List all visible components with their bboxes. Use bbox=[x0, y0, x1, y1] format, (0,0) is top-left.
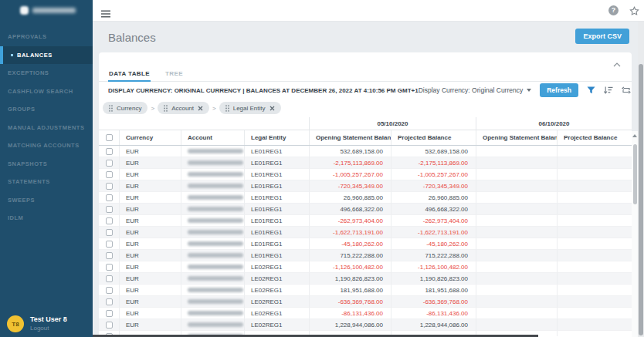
sidebar-item-cashflow-search[interactable]: CASHFLOW SEARCH bbox=[0, 83, 93, 101]
row-checkbox[interactable] bbox=[106, 229, 113, 236]
row-checkbox[interactable] bbox=[106, 275, 113, 282]
projected-balance-cell-2 bbox=[557, 319, 632, 331]
table-row[interactable]: EUR LE01REG1 26,960,885.00 26,960,885.00 bbox=[99, 192, 632, 204]
row-checkbox[interactable] bbox=[106, 148, 113, 155]
display-currency-dropdown[interactable]: Display Currency: Original Currency bbox=[419, 86, 532, 94]
sidebar-item-approvals[interactable]: APPROVALS bbox=[0, 28, 93, 46]
opening-balance-cell-1: -2,175,113,869.00 bbox=[309, 157, 391, 169]
scroll-up-icon[interactable] bbox=[632, 134, 637, 137]
table-row[interactable]: EUR LE01REG1 -1,622,713,191.00 -1,622,71… bbox=[99, 227, 632, 238]
row-checkbox[interactable] bbox=[106, 217, 113, 224]
col-header-currency[interactable]: Currency bbox=[119, 130, 181, 145]
table-row[interactable]: EUR LE01REG1 -2,175,113,869.00 -2,175,11… bbox=[99, 157, 632, 169]
export-csv-button[interactable]: Export CSV bbox=[575, 29, 629, 44]
page-scrollbar[interactable] bbox=[638, 22, 644, 337]
row-checkbox[interactable] bbox=[106, 206, 113, 213]
projected-balance-cell-2 bbox=[557, 331, 632, 336]
opening-balance-cell-2 bbox=[476, 204, 557, 215]
sidebar-item-label: MATCHING ACCOUNTS bbox=[8, 142, 80, 149]
table-row[interactable]: EUR LE02REG1 1,190,826,823.00 1,190,826,… bbox=[99, 273, 632, 285]
table-row[interactable]: EUR LE01REG1 496,668,322.00 496,668,322.… bbox=[99, 204, 632, 215]
table-row[interactable]: EUR LE02REG1 181,951,688.00 181,951,688.… bbox=[99, 285, 632, 296]
legal-entity-cell: LE02REG1 bbox=[244, 296, 309, 308]
row-checkbox[interactable] bbox=[106, 241, 113, 248]
remove-chip-icon[interactable] bbox=[269, 106, 275, 111]
currency-cell: EUR bbox=[119, 146, 181, 157]
col-header-legal-entity[interactable]: Legal Entity bbox=[244, 130, 309, 145]
table-scrollbar-thumb[interactable] bbox=[633, 144, 637, 204]
table-row[interactable]: EUR LE02REG1 -1,126,100,482.00 -1,126,10… bbox=[99, 261, 632, 273]
legal-entity-cell: LE01REG1 bbox=[244, 192, 309, 204]
help-icon[interactable]: ? bbox=[608, 5, 619, 15]
table-row[interactable]: EUR LE01REG1 -262,973,404.00 -262,973,40… bbox=[99, 215, 632, 227]
chip-label: Account bbox=[171, 105, 194, 112]
repeat-icon[interactable] bbox=[622, 86, 631, 94]
remove-chip-icon[interactable] bbox=[198, 106, 203, 111]
sidebar-item-manual-adjustments[interactable]: MANUAL ADJUSTMENTS bbox=[0, 119, 93, 137]
table-row[interactable]: EUR LE01REG1 -720,345,349.00 -720,345,34… bbox=[99, 180, 632, 192]
legal-entity-cell: LE01REG1 bbox=[244, 169, 309, 180]
select-all-cell bbox=[99, 130, 119, 145]
row-checkbox[interactable] bbox=[106, 183, 113, 190]
col-header-opening-1[interactable]: Opening Statement Balance bbox=[309, 130, 391, 145]
date-group-header-row: 05/10/2020 06/10/2020 bbox=[99, 117, 632, 130]
favorite-star-icon[interactable] bbox=[629, 5, 639, 19]
table-row[interactable]: EUR LE02REG1 -86,131,436.00 -86,131,436.… bbox=[99, 308, 632, 319]
grouping-chip-legal-entity[interactable]: Legal Entity bbox=[219, 102, 281, 114]
table-scrollbar[interactable] bbox=[632, 131, 638, 337]
row-checkbox[interactable] bbox=[106, 322, 113, 329]
row-checkbox[interactable] bbox=[106, 160, 113, 167]
table-row[interactable]: EUR LE02REG1 -636,369,768.00 -636,369,76… bbox=[99, 296, 632, 308]
tab-data-table[interactable]: DATA TABLE bbox=[108, 70, 151, 82]
date-group-1: 05/10/2020 bbox=[309, 117, 476, 130]
checkbox-cell bbox=[99, 238, 119, 250]
table-row[interactable]: EUR LE01REG1 715,222,288.00 715,222,288.… bbox=[99, 250, 632, 261]
logout-link[interactable]: Logout bbox=[30, 324, 67, 332]
row-checkbox[interactable] bbox=[106, 298, 113, 305]
sidebar-item-matching-accounts[interactable]: MATCHING ACCOUNTS bbox=[0, 136, 93, 155]
table-row[interactable]: EUR LE01REG1 -45,180,262.00 -45,180,262.… bbox=[99, 238, 632, 250]
currency-cell: EUR bbox=[119, 319, 181, 331]
currency-cell: EUR bbox=[119, 261, 181, 273]
row-checkbox[interactable] bbox=[106, 287, 113, 294]
sidebar-item-exceptions[interactable]: EXCEPTIONS bbox=[0, 64, 93, 83]
opening-balance-cell-2 bbox=[476, 273, 557, 285]
row-checkbox[interactable] bbox=[106, 252, 113, 259]
select-all-checkbox[interactable] bbox=[106, 134, 113, 141]
sort-descending-icon[interactable] bbox=[604, 86, 613, 94]
table-row[interactable]: EUR LE01REG1 532,689,158.00 532,689,158.… bbox=[99, 146, 632, 157]
row-checkbox[interactable] bbox=[106, 310, 113, 317]
row-checkbox[interactable] bbox=[106, 194, 113, 201]
col-header-account[interactable]: Account bbox=[181, 130, 244, 145]
table-row[interactable]: EUR LE01REG1 -1,005,257,267.00 -1,005,25… bbox=[99, 169, 632, 180]
opening-balance-cell-1: 26,960,885.00 bbox=[309, 192, 391, 204]
sidebar-item-idlm[interactable]: IDLM bbox=[0, 209, 93, 227]
filter-icon[interactable] bbox=[587, 86, 595, 94]
col-header-projected-1[interactable]: Projected Balance bbox=[391, 130, 476, 145]
projected-balance-cell-1: 1,228,944,086.00 bbox=[391, 319, 476, 331]
tab-tree[interactable]: TREE bbox=[164, 70, 184, 81]
sidebar-item-sweeps[interactable]: SWEEPS bbox=[0, 191, 93, 210]
chevron-up-icon[interactable] bbox=[613, 56, 621, 70]
sidebar-item-snapshots[interactable]: SNAPSHOTS bbox=[0, 155, 93, 174]
refresh-button[interactable]: Refresh bbox=[540, 83, 578, 97]
sidebar-item-statements[interactable]: STATEMENTS bbox=[0, 173, 93, 191]
sidebar-item-label: GROUPS bbox=[8, 106, 36, 113]
projected-balance-cell-1: -45,180,262.00 bbox=[391, 238, 476, 250]
projected-balance-cell-2 bbox=[557, 285, 632, 296]
col-header-projected-2[interactable]: Projected Balance bbox=[557, 130, 632, 145]
col-header-opening-2[interactable]: Opening Statement Balance bbox=[476, 130, 557, 145]
legal-entity-cell: LE01REG1 bbox=[244, 180, 309, 192]
sidebar-item-balances[interactable]: BALANCES bbox=[0, 46, 93, 65]
checkbox-cell bbox=[99, 296, 119, 308]
opening-balance-cell-1: -262,973,404.00 bbox=[309, 215, 391, 227]
grouping-chip-currency[interactable]: Currency bbox=[103, 102, 147, 114]
menu-icon[interactable] bbox=[101, 7, 110, 21]
sidebar-item-groups[interactable]: GROUPS bbox=[0, 100, 93, 119]
table-row[interactable]: EUR LE02REG1 1,228,944,086.00 1,228,944,… bbox=[99, 319, 632, 331]
sidebar-item-label: APPROVALS bbox=[8, 33, 47, 40]
grouping-chip-account[interactable]: Account bbox=[158, 102, 209, 114]
row-checkbox[interactable] bbox=[106, 264, 113, 271]
row-checkbox[interactable] bbox=[106, 171, 113, 178]
page-scrollbar-thumb[interactable] bbox=[639, 64, 643, 335]
